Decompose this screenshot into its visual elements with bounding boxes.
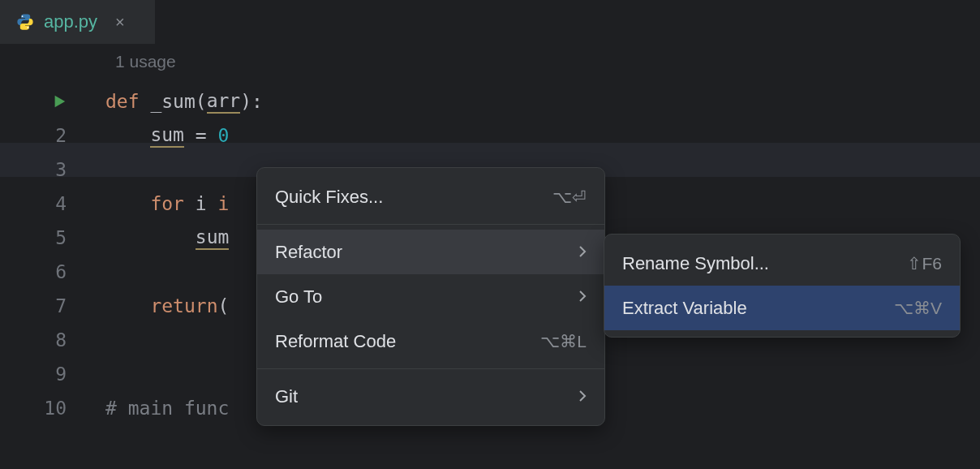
line-number: 8 [0,323,81,357]
gutter: 2 3 4 5 6 7 8 9 10 [0,84,81,425]
line-number: 2 [0,118,81,153]
code-line: sum [105,221,263,255]
menu-item-goto[interactable]: Go To [257,274,604,319]
usage-hint[interactable]: 1 usage [115,52,176,71]
code-content[interactable]: 1 usage def _sum(arr): sum = 0 for i i s… [105,84,263,425]
chevron-right-icon [578,242,587,263]
code-line: def _sum(arr): [105,84,263,118]
shortcut-label: ⌥⌘L [540,332,587,351]
shortcut-label: ⌥⌘V [894,299,942,318]
line-number: 6 [0,255,81,289]
line-number: 10 [0,391,81,425]
svg-point-0 [22,15,24,17]
code-line: sum = 0 [105,118,263,153]
menu-item-reformat[interactable]: Reformat Code ⌥⌘L [257,319,604,364]
code-line [105,357,263,391]
code-line: return( [105,289,263,323]
menu-separator [257,224,604,225]
code-editor[interactable]: 2 3 4 5 6 7 8 9 10 1 usage def _sum(arr)… [0,44,980,84]
menu-separator [257,368,604,369]
menu-item-git[interactable]: Git [257,374,604,419]
line-number: 7 [0,289,81,323]
menu-item-refactor[interactable]: Refactor [257,230,604,274]
context-submenu-refactor: Rename Symbol... ⇧F6 Extract Variable ⌥⌘… [604,234,961,338]
shortcut-label: ⌥⏎ [552,187,587,207]
code-line: for i i [105,187,263,221]
chevron-right-icon [578,386,587,407]
editor-tab[interactable]: app.py × [0,0,156,44]
line-number: 4 [0,187,81,221]
shortcut-label: ⇧F6 [907,254,942,273]
python-icon [16,13,34,31]
line-number: 3 [0,153,81,187]
code-line [105,255,263,289]
svg-point-1 [28,27,29,28]
run-gutter-icon[interactable] [0,84,81,118]
code-line: # main func [105,391,263,425]
chevron-right-icon [578,286,587,308]
code-line [105,323,263,357]
menu-item-rename[interactable]: Rename Symbol... ⇧F6 [604,241,960,286]
close-icon[interactable]: × [112,11,128,33]
code-line [105,153,263,187]
menu-item-quick-fixes[interactable]: Quick Fixes... ⌥⏎ [257,174,604,219]
line-number: 5 [0,221,81,255]
line-number: 9 [0,357,81,391]
tab-bar: app.py × [0,0,980,44]
tab-filename: app.py [44,11,97,32]
context-menu: Quick Fixes... ⌥⏎ Refactor Go To Reforma… [256,167,605,426]
menu-item-extract-variable[interactable]: Extract Variable ⌥⌘V [604,286,960,330]
